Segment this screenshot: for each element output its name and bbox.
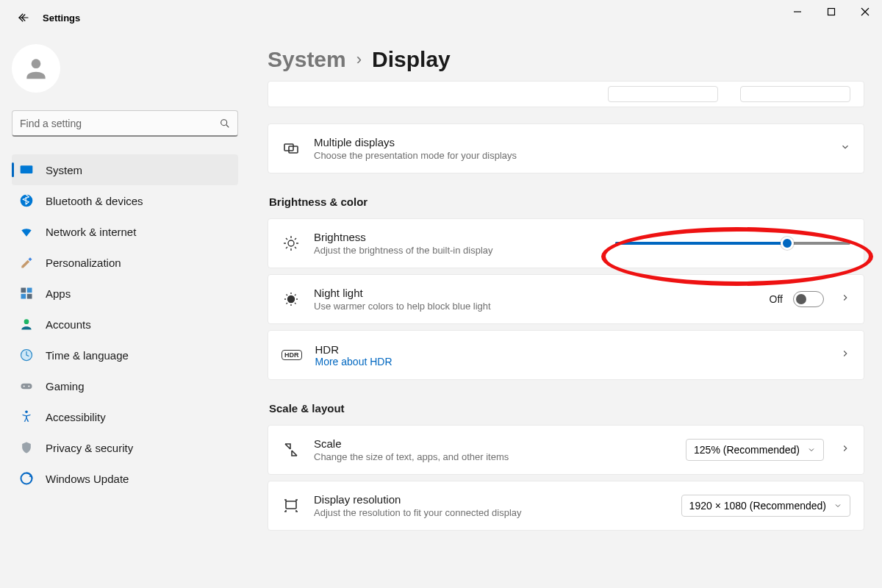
multiple-displays-card[interactable]: Multiple displays Choose the presentatio… <box>268 123 864 173</box>
nav-item-accessibility[interactable]: Accessibility <box>12 401 238 432</box>
window-minimize-button[interactable] <box>781 0 814 24</box>
person-icon <box>22 54 50 82</box>
nav-item-windows-update[interactable]: Windows Update <box>12 463 238 494</box>
svg-rect-5 <box>21 288 26 293</box>
scale-dropdown[interactable]: 125% (Recommended) <box>686 439 824 461</box>
shield-icon <box>19 440 34 455</box>
app-title: Settings <box>43 12 80 24</box>
svg-point-12 <box>24 385 25 387</box>
svg-rect-0 <box>828 9 835 15</box>
chevron-right-icon <box>840 348 850 362</box>
window-maximize-button[interactable] <box>814 0 848 24</box>
chevron-right-icon <box>840 293 850 306</box>
svg-point-18 <box>288 240 294 246</box>
card-subtitle: Choose the presentation mode for your di… <box>314 150 821 161</box>
card-subtitle: Change the size of text, apps, and other… <box>314 451 673 462</box>
svg-rect-20 <box>286 501 296 509</box>
nav-item-network[interactable]: Network & internet <box>12 216 238 247</box>
multiple-displays-icon <box>282 139 301 158</box>
nav-label: Accessibility <box>46 411 106 423</box>
nav-label: Privacy & security <box>46 442 133 454</box>
svg-point-13 <box>28 385 29 387</box>
svg-point-14 <box>25 411 28 414</box>
bluetooth-icon <box>19 193 34 208</box>
brightness-slider[interactable] <box>615 236 850 251</box>
nav-label: Windows Update <box>46 473 129 485</box>
svg-rect-11 <box>21 384 32 390</box>
nav-item-bluetooth[interactable]: Bluetooth & devices <box>12 185 238 216</box>
page-title: Display <box>372 47 451 72</box>
button-stub[interactable] <box>608 86 718 102</box>
night-light-card[interactable]: Night light Use warmer colors to help bl… <box>268 274 864 324</box>
chevron-down-icon <box>833 501 842 510</box>
nav-label: System <box>46 164 82 176</box>
nav-label: Bluetooth & devices <box>46 195 143 207</box>
nav-label: Apps <box>46 287 71 300</box>
card-title: Display resolution <box>314 493 668 506</box>
user-avatar[interactable] <box>12 44 60 93</box>
card-title: Night light <box>314 287 756 299</box>
svg-point-2 <box>221 120 227 126</box>
nav-item-apps[interactable]: Apps <box>12 278 238 309</box>
breadcrumb-parent[interactable]: System <box>268 47 346 72</box>
card-subtitle: Adjust the resolution to fit your connec… <box>314 507 668 518</box>
brightness-card: Brightness Adjust the brightness of the … <box>268 218 864 268</box>
nav-item-privacy[interactable]: Privacy & security <box>12 432 238 463</box>
scale-icon <box>282 440 301 459</box>
wifi-icon <box>19 224 34 239</box>
nav-label: Time & language <box>46 349 129 362</box>
account-icon <box>19 317 34 331</box>
card-title: HDR <box>315 343 822 356</box>
card-title: Multiple displays <box>314 136 821 148</box>
identify-detect-card-partial <box>268 81 864 107</box>
toggle-state-label: Off <box>770 293 783 305</box>
svg-rect-8 <box>27 294 32 299</box>
section-heading-brightness: Brightness & color <box>269 196 864 208</box>
back-button[interactable] <box>9 3 38 32</box>
brightness-icon <box>282 234 301 253</box>
hdr-more-link[interactable]: More about HDR <box>315 356 822 368</box>
chevron-right-icon <box>840 443 850 456</box>
svg-rect-6 <box>27 288 32 293</box>
night-light-toggle[interactable] <box>793 291 824 307</box>
nav-item-personalization[interactable]: Personalization <box>12 247 238 278</box>
scale-value: 125% (Recommended) <box>694 444 800 456</box>
nav-label: Personalization <box>46 257 121 269</box>
nav-item-gaming[interactable]: Gaming <box>12 370 238 401</box>
svg-point-1 <box>32 59 41 68</box>
hdr-card[interactable]: HDR HDR More about HDR <box>268 330 864 380</box>
button-stub[interactable] <box>740 86 850 102</box>
chevron-right-icon: › <box>356 50 362 69</box>
svg-point-9 <box>24 319 29 324</box>
chevron-down-icon <box>840 142 850 155</box>
card-title: Scale <box>314 437 673 450</box>
nav-item-accounts[interactable]: Accounts <box>12 309 238 340</box>
gamepad-icon <box>19 379 34 393</box>
paintbrush-icon <box>19 255 34 270</box>
card-subtitle: Adjust the brightness of the built-in di… <box>314 245 602 256</box>
nav-item-system[interactable]: System <box>12 154 238 185</box>
window-close-button[interactable] <box>848 0 882 24</box>
nav-label: Accounts <box>46 318 91 331</box>
nav-label: Network & internet <box>46 226 136 238</box>
card-title: Brightness <box>314 231 602 243</box>
breadcrumb: System › Display <box>268 47 864 72</box>
scale-card[interactable]: Scale Change the size of text, apps, and… <box>268 425 864 475</box>
nav-label: Gaming <box>46 380 85 392</box>
night-light-icon <box>282 290 301 309</box>
apps-icon <box>19 286 34 301</box>
accessibility-icon <box>19 409 34 424</box>
svg-rect-7 <box>21 294 26 299</box>
svg-rect-3 <box>21 165 33 173</box>
search-input[interactable] <box>12 110 238 137</box>
search-field[interactable] <box>12 110 238 137</box>
nav-item-time-language[interactable]: Time & language <box>12 340 238 370</box>
section-heading-scale: Scale & layout <box>269 402 864 415</box>
clock-globe-icon <box>19 348 34 362</box>
resolution-card[interactable]: Display resolution Adjust the resolution… <box>268 481 864 531</box>
display-icon <box>19 162 34 177</box>
resolution-value: 1920 × 1080 (Recommended) <box>689 500 826 512</box>
resolution-dropdown[interactable]: 1920 × 1080 (Recommended) <box>681 495 850 517</box>
chevron-down-icon <box>807 445 816 454</box>
card-subtitle: Use warmer colors to help block blue lig… <box>314 301 756 312</box>
